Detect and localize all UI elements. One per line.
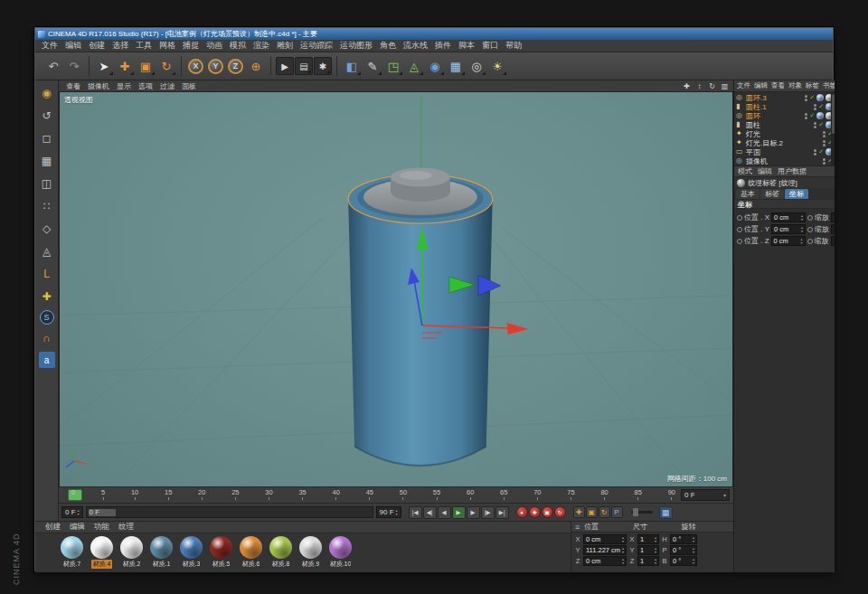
timeline-tick[interactable]: 35 — [298, 488, 306, 500]
workplane-mode-icon[interactable]: ◫ — [38, 174, 56, 193]
stepper-icon[interactable]: ▴▾ — [396, 509, 398, 516]
end-frame-field[interactable]: 90 F ▴▾ — [376, 506, 401, 518]
render-view-icon[interactable]: ▶ — [276, 57, 294, 75]
material-item[interactable]: 材质.7 — [59, 536, 85, 569]
material-sphere-icon[interactable] — [269, 536, 292, 559]
attribute-field[interactable]: 0 cm▴▾ — [771, 236, 806, 246]
playback-rate-slider[interactable] — [631, 511, 653, 514]
stepper-icon[interactable]: ▴▾ — [78, 509, 80, 516]
material-item[interactable]: 材质.1 — [148, 536, 175, 569]
app-start-icon[interactable]: ◉ — [38, 84, 56, 102]
material-item[interactable]: 材质.6 — [238, 536, 264, 569]
timeline-tick[interactable]: 90 — [668, 488, 675, 500]
record-rotation-button[interactable]: ↻ — [554, 506, 566, 518]
object-row[interactable]: ◎圆环✓ — [734, 111, 835, 120]
add-deformer-icon[interactable]: ◉ — [425, 56, 445, 76]
object-manager-menu-item[interactable]: 编辑 — [752, 81, 769, 90]
material-sphere-icon[interactable] — [240, 536, 262, 559]
rotate-tool-icon[interactable]: ↻ — [156, 56, 176, 76]
rotation-field[interactable]: 0 °▴▾ — [670, 545, 697, 555]
attribute-tab[interactable]: 模式 — [738, 166, 752, 176]
stepper-icon[interactable]: ▴▾ — [693, 547, 694, 554]
stepper-icon[interactable]: ▴▾ — [622, 536, 624, 543]
material-item[interactable]: 材质.5 — [208, 536, 234, 569]
rotation-field[interactable]: 0 °▴▾ — [670, 556, 697, 566]
timeline-tick[interactable]: 40 — [333, 488, 340, 500]
timeline-tick[interactable]: 85 — [635, 488, 642, 500]
render-settings-icon[interactable]: ✱ — [314, 57, 332, 75]
add-subdivision-surface-icon[interactable]: ◳ — [383, 56, 403, 76]
add-generator-icon[interactable]: ◬ — [404, 56, 424, 76]
model-mode-icon[interactable]: ◻ — [38, 129, 56, 147]
goto-end-button[interactable]: ▶| — [495, 506, 509, 519]
add-cube-icon[interactable]: ◧ — [342, 56, 362, 76]
viewport-canvas[interactable]: 透视视图 网格间距：100 cm — [59, 92, 733, 486]
timeline-tick[interactable]: 15 — [165, 488, 172, 500]
object-manager-menu-item[interactable]: 书签 — [821, 81, 835, 90]
material-menu-item[interactable]: 纹理 — [114, 522, 138, 533]
hamburger-icon[interactable]: ≡ — [575, 523, 580, 532]
viewport-menu-item[interactable]: 摄像机 — [84, 81, 113, 91]
stepper-icon[interactable]: ▴▾ — [655, 558, 656, 565]
visibility-dots-icon[interactable] — [814, 104, 816, 110]
menubar-item[interactable]: 窗口 — [478, 40, 502, 52]
timeline-tick[interactable]: 50 — [400, 488, 407, 500]
material-item[interactable]: 材质.9 — [297, 536, 324, 569]
material-item[interactable]: 材质.2 — [118, 536, 145, 569]
stepper-icon[interactable]: ▴▾ — [655, 547, 656, 554]
timeline-tick[interactable]: 70 — [533, 488, 541, 500]
key-circle-icon[interactable] — [737, 215, 742, 221]
attribute-field[interactable]: 0 cm▴▾ — [771, 224, 806, 234]
attribute-subtab[interactable]: 标签 — [760, 189, 784, 199]
viewport-menu-item[interactable]: 过滤 — [156, 81, 178, 91]
keyframe-parameter-button[interactable]: P — [611, 506, 623, 518]
timeline-tick[interactable]: 10 — [131, 488, 138, 500]
keyframe-rotation-button[interactable]: ↻ — [599, 506, 610, 518]
material-item[interactable]: 材质.8 — [268, 536, 294, 569]
record-scale-button[interactable]: ▣ — [542, 506, 553, 518]
menubar-item[interactable]: 运动跟踪 — [297, 40, 336, 52]
size-field[interactable]: 1▴▾ — [637, 545, 659, 555]
attribute-subtab[interactable]: 坐标 — [785, 189, 808, 199]
enabled-check-icon[interactable]: ✓ — [809, 112, 815, 119]
visibility-dots-icon[interactable] — [823, 131, 826, 137]
keyframe-position-button[interactable]: ✚ — [573, 506, 585, 518]
timeline-tick[interactable]: 5 — [101, 488, 105, 500]
position-field[interactable]: 111.227 cm▴▾ — [583, 545, 627, 555]
material-sphere-icon[interactable] — [329, 536, 352, 559]
material-item[interactable]: 材质.4 — [89, 536, 115, 569]
record-keyframe-button[interactable]: ● — [516, 506, 528, 518]
frame-hud-field[interactable]: 0 F ▾ — [681, 489, 730, 501]
layout-grid-icon[interactable]: ▦ — [659, 506, 673, 519]
position-field[interactable]: 0 cm▴▾ — [583, 534, 627, 544]
size-field[interactable]: 1▴▾ — [637, 534, 659, 544]
material-menu-item[interactable]: 功能 — [90, 522, 114, 533]
object-row[interactable]: ✦灯光✓ — [734, 129, 835, 138]
key-circle-icon[interactable] — [807, 227, 813, 232]
timeline-tick[interactable]: 45 — [366, 488, 373, 500]
make-editable-icon[interactable]: ↺ — [38, 107, 56, 125]
goto-start-button[interactable]: |◀ — [409, 506, 422, 519]
enabled-check-icon[interactable]: ✓ — [818, 121, 824, 128]
add-camera-icon[interactable]: ◎ — [467, 56, 486, 76]
attribute-field[interactable]: ▴▾ — [831, 212, 835, 222]
stepper-icon[interactable]: ▴▾ — [622, 558, 624, 565]
x-axis-lock-button[interactable]: X — [188, 59, 203, 74]
add-spline-icon[interactable]: ✎ — [363, 56, 382, 76]
stepper-icon[interactable]: ▴▾ — [693, 558, 694, 565]
magnet-icon[interactable]: ∩ — [38, 329, 56, 347]
material-sphere-icon[interactable] — [210, 536, 232, 559]
render-picture-viewer-icon[interactable]: ▤ — [295, 57, 313, 75]
record-position-button[interactable]: ✚ — [529, 506, 541, 518]
points-mode-icon[interactable]: ∷ — [38, 197, 56, 215]
zoom-view-icon[interactable]: ↕ — [694, 82, 704, 90]
menubar-item[interactable]: 文件 — [38, 40, 61, 52]
play-button[interactable]: ▶ — [452, 506, 466, 519]
rotation-field[interactable]: 0 °▴▾ — [670, 534, 697, 544]
material-item[interactable]: 材质.10 — [327, 536, 354, 569]
object-manager-menu-item[interactable]: 查看 — [769, 81, 787, 90]
edges-mode-icon[interactable]: ◇ — [38, 220, 56, 238]
material-sphere-icon[interactable] — [120, 536, 143, 559]
pan-view-icon[interactable]: ✚ — [682, 82, 692, 90]
attribute-field[interactable]: 0 cm▴▾ — [771, 212, 806, 222]
